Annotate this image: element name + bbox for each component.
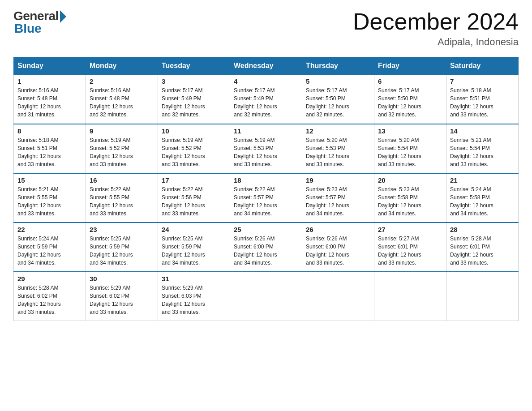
day-number: 13 <box>378 127 442 135</box>
calendar-week-row: 22 Sunrise: 5:24 AMSunset: 5:59 PMDaylig… <box>14 223 519 272</box>
calendar-day-cell: 5 Sunrise: 5:17 AMSunset: 5:50 PMDayligh… <box>302 75 374 124</box>
day-number: 2 <box>90 77 154 85</box>
day-info: Sunrise: 5:21 AMSunset: 5:55 PMDaylight:… <box>17 185 82 218</box>
calendar-day-cell: 12 Sunrise: 5:20 AMSunset: 5:53 PMDaylig… <box>302 124 374 173</box>
day-number: 15 <box>17 176 82 184</box>
day-info: Sunrise: 5:20 AMSunset: 5:54 PMDaylight:… <box>378 136 442 168</box>
calendar-day-cell: 27 Sunrise: 5:27 AMSunset: 6:01 PMDaylig… <box>374 223 446 272</box>
day-number: 1 <box>17 77 82 85</box>
location-subtitle: Adipala, Indonesia <box>353 36 519 48</box>
calendar-day-cell <box>374 272 446 321</box>
day-info: Sunrise: 5:17 AMSunset: 5:50 PMDaylight:… <box>378 86 442 119</box>
calendar-day-cell: 15 Sunrise: 5:21 AMSunset: 5:55 PMDaylig… <box>14 173 86 223</box>
calendar-day-cell: 9 Sunrise: 5:19 AMSunset: 5:52 PMDayligh… <box>86 124 158 173</box>
day-info: Sunrise: 5:16 AMSunset: 5:48 PMDaylight:… <box>17 86 82 119</box>
day-info: Sunrise: 5:25 AMSunset: 5:59 PMDaylight:… <box>90 235 154 267</box>
calendar-day-cell: 10 Sunrise: 5:19 AMSunset: 5:52 PMDaylig… <box>158 124 230 173</box>
calendar-day-cell: 20 Sunrise: 5:23 AMSunset: 5:58 PMDaylig… <box>374 173 446 223</box>
column-header-sunday: Sunday <box>14 57 86 75</box>
calendar-day-cell <box>230 272 302 321</box>
day-info: Sunrise: 5:26 AMSunset: 6:00 PMDaylight:… <box>306 235 370 267</box>
calendar-day-cell: 26 Sunrise: 5:26 AMSunset: 6:00 PMDaylig… <box>302 223 374 272</box>
day-number: 29 <box>17 275 82 283</box>
day-info: Sunrise: 5:26 AMSunset: 6:00 PMDaylight:… <box>234 235 298 267</box>
calendar-day-cell: 21 Sunrise: 5:24 AMSunset: 5:58 PMDaylig… <box>446 173 519 223</box>
month-year-title: December 2024 <box>353 9 519 34</box>
calendar-day-cell: 22 Sunrise: 5:24 AMSunset: 5:59 PMDaylig… <box>14 223 86 272</box>
day-number: 16 <box>90 176 154 184</box>
day-number: 26 <box>306 226 370 233</box>
day-number: 17 <box>162 176 226 184</box>
page-header: General Blue December 2024 Adipala, Indo… <box>13 9 519 48</box>
day-info: Sunrise: 5:22 AMSunset: 5:56 PMDaylight:… <box>162 185 226 218</box>
calendar-day-cell: 4 Sunrise: 5:17 AMSunset: 5:49 PMDayligh… <box>230 75 302 124</box>
calendar-day-cell: 29 Sunrise: 5:28 AMSunset: 6:02 PMDaylig… <box>14 272 86 321</box>
calendar-week-row: 8 Sunrise: 5:18 AMSunset: 5:51 PMDayligh… <box>14 124 519 173</box>
day-info: Sunrise: 5:19 AMSunset: 5:52 PMDaylight:… <box>90 136 154 168</box>
day-info: Sunrise: 5:27 AMSunset: 6:01 PMDaylight:… <box>378 235 442 267</box>
logo: General Blue <box>13 9 66 36</box>
day-number: 3 <box>162 77 226 85</box>
day-number: 21 <box>450 176 515 184</box>
day-number: 23 <box>90 226 154 233</box>
column-header-wednesday: Wednesday <box>230 57 302 75</box>
day-number: 30 <box>90 275 154 283</box>
day-number: 9 <box>90 127 154 135</box>
calendar-day-cell: 30 Sunrise: 5:29 AMSunset: 6:02 PMDaylig… <box>86 272 158 321</box>
logo-arrow-icon <box>60 10 66 23</box>
calendar-day-cell: 24 Sunrise: 5:25 AMSunset: 5:59 PMDaylig… <box>158 223 230 272</box>
column-header-thursday: Thursday <box>302 57 374 75</box>
day-info: Sunrise: 5:28 AMSunset: 6:01 PMDaylight:… <box>450 235 515 267</box>
logo-blue-text: Blue <box>14 21 42 36</box>
day-number: 11 <box>234 127 298 135</box>
calendar-day-cell: 7 Sunrise: 5:18 AMSunset: 5:51 PMDayligh… <box>446 75 519 124</box>
calendar-week-row: 1 Sunrise: 5:16 AMSunset: 5:48 PMDayligh… <box>14 75 519 124</box>
day-number: 27 <box>378 226 442 233</box>
day-info: Sunrise: 5:23 AMSunset: 5:57 PMDaylight:… <box>306 185 370 218</box>
calendar-day-cell: 25 Sunrise: 5:26 AMSunset: 6:00 PMDaylig… <box>230 223 302 272</box>
calendar-day-cell: 1 Sunrise: 5:16 AMSunset: 5:48 PMDayligh… <box>14 75 86 124</box>
day-info: Sunrise: 5:24 AMSunset: 5:59 PMDaylight:… <box>17 235 82 267</box>
calendar-day-cell: 18 Sunrise: 5:22 AMSunset: 5:57 PMDaylig… <box>230 173 302 223</box>
day-number: 4 <box>234 77 298 85</box>
day-info: Sunrise: 5:18 AMSunset: 5:51 PMDaylight:… <box>17 136 82 168</box>
calendar-day-cell: 13 Sunrise: 5:20 AMSunset: 5:54 PMDaylig… <box>374 124 446 173</box>
calendar-day-cell <box>446 272 519 321</box>
day-info: Sunrise: 5:29 AMSunset: 6:03 PMDaylight:… <box>162 284 226 316</box>
day-info: Sunrise: 5:17 AMSunset: 5:49 PMDaylight:… <box>162 86 226 119</box>
calendar-day-cell: 11 Sunrise: 5:19 AMSunset: 5:53 PMDaylig… <box>230 124 302 173</box>
calendar-day-cell: 3 Sunrise: 5:17 AMSunset: 5:49 PMDayligh… <box>158 75 230 124</box>
calendar-day-cell: 17 Sunrise: 5:22 AMSunset: 5:56 PMDaylig… <box>158 173 230 223</box>
day-info: Sunrise: 5:22 AMSunset: 5:55 PMDaylight:… <box>90 185 154 218</box>
column-header-monday: Monday <box>86 57 158 75</box>
calendar-day-cell: 14 Sunrise: 5:21 AMSunset: 5:54 PMDaylig… <box>446 124 519 173</box>
day-info: Sunrise: 5:29 AMSunset: 6:02 PMDaylight:… <box>90 284 154 316</box>
day-number: 19 <box>306 176 370 184</box>
day-number: 10 <box>162 127 226 135</box>
day-info: Sunrise: 5:24 AMSunset: 5:58 PMDaylight:… <box>450 185 515 218</box>
day-info: Sunrise: 5:21 AMSunset: 5:54 PMDaylight:… <box>450 136 515 168</box>
calendar-day-cell: 23 Sunrise: 5:25 AMSunset: 5:59 PMDaylig… <box>86 223 158 272</box>
day-number: 31 <box>162 275 226 283</box>
calendar-day-cell: 8 Sunrise: 5:18 AMSunset: 5:51 PMDayligh… <box>14 124 86 173</box>
day-number: 8 <box>17 127 82 135</box>
calendar-day-cell: 6 Sunrise: 5:17 AMSunset: 5:50 PMDayligh… <box>374 75 446 124</box>
calendar-header-row: SundayMondayTuesdayWednesdayThursdayFrid… <box>14 57 519 75</box>
day-info: Sunrise: 5:17 AMSunset: 5:49 PMDaylight:… <box>234 86 298 119</box>
day-number: 12 <box>306 127 370 135</box>
column-header-tuesday: Tuesday <box>158 57 230 75</box>
day-info: Sunrise: 5:25 AMSunset: 5:59 PMDaylight:… <box>162 235 226 267</box>
day-number: 24 <box>162 226 226 233</box>
day-info: Sunrise: 5:16 AMSunset: 5:48 PMDaylight:… <box>90 86 154 119</box>
column-header-saturday: Saturday <box>446 57 519 75</box>
title-section: December 2024 Adipala, Indonesia <box>353 9 519 48</box>
day-number: 28 <box>450 226 515 233</box>
column-header-friday: Friday <box>374 57 446 75</box>
day-info: Sunrise: 5:19 AMSunset: 5:53 PMDaylight:… <box>234 136 298 168</box>
calendar-day-cell: 2 Sunrise: 5:16 AMSunset: 5:48 PMDayligh… <box>86 75 158 124</box>
calendar-day-cell: 19 Sunrise: 5:23 AMSunset: 5:57 PMDaylig… <box>302 173 374 223</box>
day-number: 5 <box>306 77 370 85</box>
calendar-day-cell <box>302 272 374 321</box>
day-number: 7 <box>450 77 515 85</box>
calendar-week-row: 29 Sunrise: 5:28 AMSunset: 6:02 PMDaylig… <box>14 272 519 321</box>
